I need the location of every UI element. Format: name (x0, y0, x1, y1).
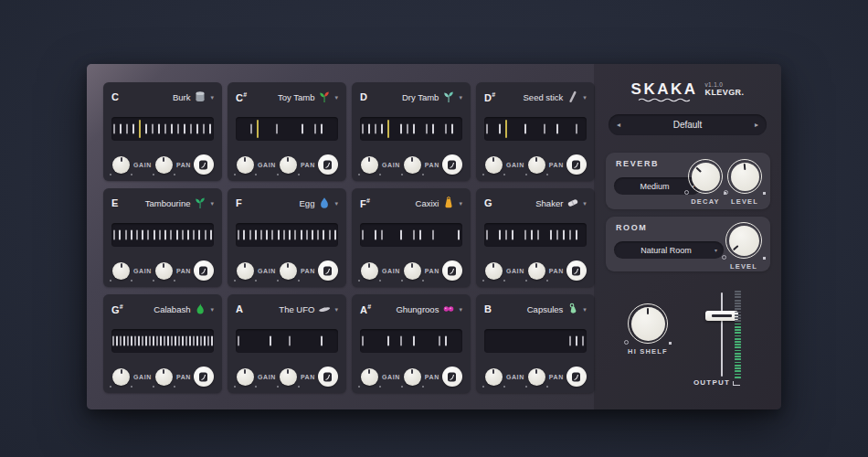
velocity-curve-button[interactable] (566, 367, 587, 387)
hi-shelf-knob-block: HI SHELF (621, 303, 674, 356)
pattern-display[interactable] (111, 329, 214, 353)
velocity-curve-button[interactable] (566, 154, 587, 175)
pattern-tick (283, 230, 285, 240)
output-fader-track[interactable] (721, 292, 723, 377)
pattern-display[interactable] (236, 223, 338, 247)
velocity-curve-button[interactable] (194, 260, 214, 281)
room-label: ROOM (616, 223, 647, 232)
pattern-display[interactable] (360, 329, 462, 353)
pattern-display[interactable] (360, 117, 462, 141)
velocity-curve-button[interactable] (442, 260, 462, 281)
gain-knob[interactable] (484, 367, 503, 387)
drum-cell: F# Caxixi ▾ GAIN PAN (352, 188, 471, 287)
pan-knob[interactable] (279, 367, 298, 387)
pattern-tick (375, 124, 376, 134)
instrument-name: Caxixi (416, 198, 439, 208)
drum-cell: C Burk ▾ GAIN PAN (103, 82, 222, 181)
pattern-tick (167, 336, 169, 346)
pattern-tick (387, 336, 389, 346)
pan-knob[interactable] (154, 367, 174, 387)
room-type-dropdown[interactable]: Natural Room ▾ (614, 241, 724, 259)
pattern-display[interactable] (360, 223, 462, 247)
reverb-type-value: Medium (640, 182, 669, 191)
preset-prev-icon[interactable]: ◂ (609, 114, 629, 135)
pan-knob[interactable] (279, 155, 298, 175)
gain-knob[interactable] (360, 155, 379, 175)
instrument-dropdown[interactable]: The UFO ▾ (279, 303, 338, 315)
preset-selector[interactable]: ◂ Default ▸ (609, 114, 767, 135)
hi-shelf-knob[interactable] (628, 303, 668, 344)
reverb-decay-knob[interactable] (688, 159, 723, 194)
pattern-tick (203, 124, 205, 134)
pan-knob[interactable] (403, 367, 422, 387)
pan-knob[interactable] (279, 261, 298, 281)
instrument-dropdown[interactable]: Toy Tamb ▾ (278, 90, 338, 103)
pattern-tick (289, 230, 291, 240)
instrument-dropdown[interactable]: Caxixi ▾ (416, 197, 462, 209)
room-level-knob[interactable] (725, 222, 762, 259)
plugin-window: C Burk ▾ GAIN PAN C# Toy Tam (87, 64, 781, 409)
pattern-tick (576, 124, 577, 134)
instrument-dropdown[interactable]: Calabash ▾ (153, 303, 214, 315)
gain-knob[interactable] (111, 367, 131, 387)
pan-knob[interactable] (527, 155, 546, 175)
pattern-tick (321, 124, 323, 134)
instrument-dropdown[interactable]: Burk ▾ (173, 90, 214, 103)
reverb-level-knob[interactable] (727, 159, 762, 194)
instrument-dropdown[interactable]: Seed stick ▾ (524, 90, 587, 103)
pan-label: PAN (549, 268, 564, 274)
velocity-curve-button[interactable] (194, 154, 214, 175)
gain-knob[interactable] (236, 261, 255, 281)
gain-knob[interactable] (484, 261, 503, 281)
pattern-tick (537, 230, 539, 240)
gain-knob[interactable] (111, 155, 131, 175)
pan-knob[interactable] (527, 367, 546, 387)
pattern-tick (426, 124, 428, 134)
instrument-dropdown[interactable]: Dry Tamb ▾ (402, 90, 462, 103)
velocity-curve-button[interactable] (442, 367, 462, 387)
gain-knob[interactable] (360, 367, 379, 387)
pan-knob[interactable] (403, 155, 422, 175)
pattern-display[interactable] (111, 117, 214, 141)
pattern-display[interactable] (236, 117, 338, 141)
pattern-display[interactable] (111, 223, 214, 247)
pattern-display[interactable] (484, 223, 587, 247)
pattern-tick (439, 336, 440, 346)
pan-knob[interactable] (527, 261, 546, 281)
pattern-tick (260, 230, 262, 240)
pan-knob[interactable] (403, 261, 422, 281)
pattern-display[interactable] (484, 117, 587, 141)
preset-next-icon[interactable]: ▸ (746, 114, 767, 135)
app-logo: SKAKA (631, 80, 698, 102)
gain-knob[interactable] (111, 261, 131, 281)
gain-knob[interactable] (236, 367, 255, 387)
pattern-tick (400, 230, 402, 240)
velocity-curve-button[interactable] (194, 367, 214, 387)
gain-knob[interactable] (484, 155, 503, 175)
pan-knob[interactable] (154, 155, 174, 175)
instrument-dropdown[interactable]: Shaker ▾ (535, 197, 587, 209)
cell-note-label: G# (111, 303, 123, 315)
pan-label: PAN (425, 162, 439, 168)
instrument-dropdown[interactable]: Tambourine ▾ (145, 197, 214, 209)
pattern-tick (198, 230, 200, 240)
velocity-curve-button[interactable] (318, 154, 338, 175)
pattern-tick (445, 336, 447, 346)
velocity-curve-button[interactable] (318, 367, 338, 387)
instrument-dropdown[interactable]: Ghungroos ▾ (396, 303, 462, 315)
pattern-tick (138, 336, 140, 346)
pattern-display[interactable] (484, 329, 587, 353)
instrument-name: Shaker (535, 198, 563, 208)
gain-knob[interactable] (236, 155, 255, 175)
instrument-dropdown[interactable]: Capsules ▾ (527, 303, 587, 315)
pattern-tick (413, 124, 415, 134)
instrument-dropdown[interactable]: Egg ▾ (300, 197, 338, 209)
capsule-icon (566, 303, 579, 315)
velocity-curve-button[interactable] (566, 260, 587, 281)
velocity-curve-button[interactable] (442, 154, 462, 175)
pattern-display[interactable] (236, 329, 338, 353)
gain-knob[interactable] (360, 261, 379, 281)
velocity-curve-button[interactable] (318, 260, 338, 281)
gain-label: GAIN (506, 374, 524, 380)
pan-knob[interactable] (154, 261, 174, 281)
